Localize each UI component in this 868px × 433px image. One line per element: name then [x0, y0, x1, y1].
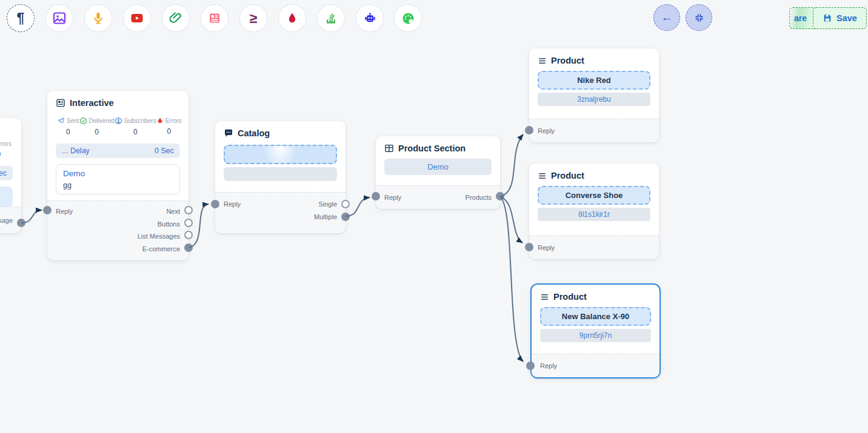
back-button[interactable]: ← — [653, 4, 680, 31]
journal-icon — [56, 98, 65, 108]
greater-equal-icon: ≥ — [250, 12, 258, 25]
palette-icon — [401, 11, 416, 26]
image-icon — [52, 11, 67, 25]
output-label-multiple: Multiple — [314, 213, 337, 220]
output-label-message: Message — [0, 217, 13, 224]
toolbar-stack-button[interactable] — [317, 4, 345, 32]
toolbar-template-button[interactable] — [201, 4, 229, 32]
stat-errors: Errors 0 — [156, 117, 182, 136]
catalog-node[interactable]: Catalog Reply Single Multiple — [215, 121, 346, 233]
output-label-list-messages: List Messages — [138, 233, 180, 240]
stat-value: 0 — [95, 128, 99, 136]
delay-label: ... Delay — [62, 147, 90, 155]
newspaper-icon — [207, 11, 222, 25]
output-port-next[interactable] — [184, 206, 193, 214]
microphone-icon — [91, 11, 105, 25]
wire-multiple-to-product-section — [346, 197, 370, 216]
output-port-buttons[interactable] — [184, 219, 193, 227]
section-value[interactable]: Demo — [384, 159, 492, 175]
youtube-icon — [130, 11, 144, 25]
stat-delivered: Delivered 0 — [79, 117, 115, 136]
toolbar-droplet-button[interactable] — [278, 4, 306, 32]
compress-icon — [694, 13, 704, 23]
delay-row[interactable]: ... Delay 0 Sec — [56, 144, 180, 158]
node-title: Product — [551, 171, 584, 180]
interactive-node[interactable]: Interactive Sent 0 — [47, 91, 189, 260]
output-label-buttons: Buttons — [158, 220, 180, 228]
toolbar-file-button[interactable] — [162, 4, 190, 32]
message-body: gg — [63, 181, 173, 190]
stat-label: Errors — [165, 117, 182, 124]
node-title: Product — [551, 56, 584, 65]
message-node-partial[interactable]: Errors 0 ... Delay 0 Sec Message — [0, 118, 21, 233]
product-name[interactable]: Nike Red — [538, 71, 650, 90]
stat-label: Subscribers — [124, 117, 156, 124]
catalog-dropzone[interactable] — [224, 145, 337, 164]
fit-view-button[interactable] — [686, 4, 712, 31]
menu-icon — [538, 171, 547, 180]
stat-sent: Sent 0 — [57, 117, 79, 136]
toolbar-condition-button[interactable]: ≥ — [239, 4, 267, 32]
message-title: Demo — [63, 169, 173, 178]
input-port-reply[interactable] — [211, 200, 219, 208]
output-port-multiple[interactable] — [341, 213, 350, 221]
robot-icon — [362, 11, 378, 26]
stat-value: 0 — [133, 128, 138, 136]
input-port-reply[interactable] — [43, 206, 52, 214]
input-label-reply: Reply — [540, 362, 557, 369]
flow-canvas[interactable]: ¶ — [0, 0, 868, 433]
toolbar-audio-button[interactable] — [84, 4, 112, 32]
product-id: 3znaljrebu — [538, 93, 650, 106]
arrow-left-icon: ← — [661, 11, 673, 24]
stat-value: 0 — [167, 127, 171, 136]
output-port-list-messages[interactable] — [184, 231, 193, 239]
delay-row[interactable]: ... Delay 0 Sec — [0, 166, 13, 180]
droplet-icon — [285, 11, 299, 25]
input-port-reply[interactable] — [525, 126, 533, 134]
output-port-ecommerce[interactable] — [184, 243, 193, 252]
output-port-message[interactable] — [17, 219, 25, 227]
product-name[interactable]: New Balance X-90 — [540, 307, 651, 326]
stat-errors: Errors 0 — [0, 140, 12, 159]
share-button-label: are — [794, 13, 807, 23]
message-preview[interactable]: Demo gg — [56, 164, 180, 194]
input-label-reply: Reply — [56, 208, 73, 215]
menu-icon — [540, 293, 549, 302]
toolbar-theme-button[interactable] — [394, 4, 422, 32]
product-node-1[interactable]: Product Nike Red 3znaljrebu Reply — [529, 48, 659, 142]
output-label-next: Next — [166, 208, 180, 215]
product-section-node[interactable]: Product Section Demo Reply Products — [376, 136, 500, 209]
product-node-2[interactable]: Product Converse Shoe 8l1s1kir1r Reply — [529, 164, 659, 259]
toolbar-bot-button[interactable] — [356, 4, 384, 32]
pilcrow-icon: ¶ — [17, 12, 25, 25]
product-id: 9prn5rji7n — [540, 329, 651, 342]
message-content-box[interactable] — [0, 187, 13, 207]
toolbar-text-button[interactable]: ¶ — [7, 4, 35, 32]
input-port-reply[interactable] — [525, 243, 533, 251]
wire-products-to-product2 — [500, 197, 522, 243]
input-port-reply[interactable] — [526, 362, 535, 370]
toolbar-video-button[interactable] — [123, 4, 151, 32]
save-icon — [823, 13, 832, 23]
menu-icon — [538, 56, 547, 65]
input-label-reply: Reply — [384, 194, 401, 201]
delay-value: 0 Sec — [155, 147, 174, 155]
person-circle-icon — [115, 117, 122, 125]
stat-label: Errors — [0, 140, 12, 147]
product-node-3[interactable]: Product New Balance X-90 9prn5rji7n Repl… — [530, 283, 661, 378]
input-port-reply[interactable] — [372, 192, 380, 200]
comment-dots-icon — [224, 128, 233, 138]
product-name[interactable]: Converse Shoe — [538, 186, 650, 205]
send-icon — [57, 117, 65, 125]
bug-icon — [156, 117, 164, 124]
stack-icon — [324, 11, 338, 25]
toolbar-image-button[interactable] — [45, 4, 73, 32]
output-port-products[interactable] — [496, 192, 504, 200]
output-label-products: Products — [466, 194, 492, 201]
table-icon — [384, 144, 394, 153]
output-port-single[interactable] — [341, 200, 350, 208]
save-button[interactable]: Save — [813, 7, 867, 29]
stat-value: 0 — [66, 128, 70, 136]
stat-subscribers: Subscribers 0 — [115, 117, 156, 136]
node-title: Product Section — [398, 144, 466, 153]
